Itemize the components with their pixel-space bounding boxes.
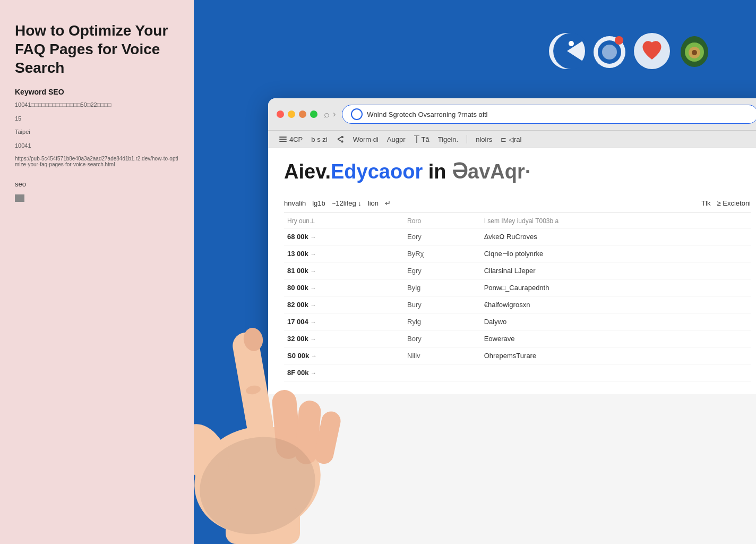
cell-num: 32 00k → (284, 330, 404, 347)
toolbar-item-0[interactable]: 4CP (279, 135, 303, 143)
data-toolbar-excietoni[interactable]: ≥ Excietoni (717, 199, 751, 207)
cell-name: Eowerave (481, 330, 751, 347)
data-toolbar: hnvalih lg1b ~12lifeg ↓ lion ↵ Tlk ≥ Exc… (284, 194, 751, 213)
toolbar-item-aral[interactable]: ⊏ ◁ral (501, 135, 521, 143)
cell-num: 82 00k → (284, 296, 404, 313)
top-icons (548, 32, 714, 70)
sidebar-tag: seo (15, 180, 179, 188)
cell-num: 68 00k → (284, 228, 404, 245)
heading-part2: Edycaoor (331, 160, 423, 183)
cell-name: Dalywo (481, 313, 751, 330)
page-content: Aiev.Edycaoor in ƏavAqr· hnvalih lg1b ~1… (268, 148, 756, 394)
cell-code: ByRχ (404, 245, 481, 262)
heading-part1: Aiev. (284, 160, 331, 183)
cell-code: Bory (404, 330, 481, 347)
toolbar-item-augpr[interactable]: Augpr (387, 135, 406, 143)
data-toolbar-hnvalih[interactable]: hnvalih (284, 199, 306, 207)
toolbar-separator (467, 135, 467, 143)
data-toolbar-filter[interactable]: ~12lifeg ↓ (332, 199, 362, 207)
sidebar-url: https://pub-5c454f571b8e40a3a2aad27ade84… (15, 156, 179, 167)
nav-controls: ⌕ › (324, 109, 336, 120)
cell-name: Cllarsinal LJeper (481, 262, 751, 279)
cell-name: €halfowigrosxn (481, 296, 751, 313)
icon-avocado (675, 32, 714, 70)
sidebar: How to Optimize Your FAQ Pages for Voice… (0, 0, 194, 544)
cell-code: Nillv (404, 347, 481, 364)
cell-code: Eory (404, 228, 481, 245)
toolbar-item-nloirs[interactable]: nloirs (476, 135, 492, 143)
address-text: Wnind Sgrotech Ovsarroning ?rnats αitl (367, 110, 749, 118)
traffic-light-orange[interactable] (299, 110, 306, 118)
col-header-name: I sem IMey iudyai T003b a (481, 213, 751, 228)
toolbar-item-wormd[interactable]: Worm·di (353, 135, 379, 143)
svg-rect-8 (279, 137, 287, 138)
icon-pacman1 (548, 32, 586, 70)
table-row[interactable]: 8F 00k → (284, 364, 751, 381)
svg-point-4 (602, 45, 617, 60)
toolbar-item-ta[interactable]: Tā (414, 135, 429, 143)
toolbar-item-1[interactable]: b s zi (311, 135, 327, 143)
cell-name: Ponw□_Caurapednth (481, 279, 751, 296)
page-heading: Aiev.Edycaoor in ƏavAqr· (284, 161, 751, 183)
cell-name (481, 364, 751, 381)
data-toolbar-lg1b[interactable]: lg1b (312, 199, 325, 207)
browser-chrome: ⌕ › Wnind Sgrotech Ovsarroning ?rnats αi… (268, 98, 756, 131)
cell-num: 17 004 → (284, 313, 404, 330)
table-row[interactable]: 81 00k → Egry Cllarsinal LJeper (284, 262, 751, 279)
nav-forward-icon[interactable]: › (333, 109, 336, 119)
traffic-light-red[interactable] (277, 110, 284, 118)
data-table: Hry oun⊥ Roro I sem IMey iudyai T003b a … (284, 213, 751, 381)
cell-num: 8F 00k → (284, 364, 404, 381)
cell-code: Rylg (404, 313, 481, 330)
svg-point-14 (194, 415, 239, 492)
table-row[interactable]: 68 00k → Eory ΔvkeΩ RuCroves (284, 228, 751, 245)
cell-name: OhrepemsTurare (481, 347, 751, 364)
toolbar-item-tigein[interactable]: Tigein. (438, 135, 459, 143)
svg-point-5 (615, 36, 623, 45)
svg-rect-10 (279, 141, 287, 142)
sidebar-meta-line2: 15 (15, 114, 179, 124)
cell-name: Clqne⊣lo ptolynrke (481, 245, 751, 262)
svg-point-7 (692, 50, 697, 55)
svg-point-21 (245, 385, 261, 396)
data-toolbar-enter[interactable]: ↵ (385, 199, 391, 207)
heading-part4: ƏavAqr· (446, 160, 531, 183)
sidebar-meta-line1: 10041□□□□□□□□□□□□□□50□22□□□□ (15, 100, 179, 110)
cell-num: 80 00k → (284, 279, 404, 296)
toolbar-item-share[interactable] (336, 135, 345, 143)
address-circle-icon (351, 108, 363, 120)
col-header-num: Hry oun⊥ (284, 213, 404, 228)
table-row[interactable]: 80 00k → Bylg Ponw□_Caurapednth (284, 279, 751, 296)
fork-icon (414, 135, 419, 143)
sidebar-city: Taipei (15, 128, 179, 137)
icon-heart (633, 32, 671, 70)
browser-window: ⌕ › Wnind Sgrotech Ovsarroning ?rnats αi… (268, 98, 756, 544)
col-header-code: Roro (404, 213, 481, 228)
toolbar-icon-0 (279, 135, 287, 143)
traffic-light-green[interactable] (310, 110, 317, 118)
cell-num: 13 00k → (284, 245, 404, 262)
page-title: How to Optimize Your FAQ Pages for Voice… (15, 21, 179, 77)
table-row[interactable]: S0 00k → Nillv OhrepemsTurare (284, 347, 751, 364)
table-row[interactable]: 17 004 → Rylg Dalywo (284, 313, 751, 330)
data-toolbar-tlk[interactable]: Tlk (701, 199, 710, 207)
keyword-label: Keyword SEO (15, 88, 179, 96)
table-header-row: Hry oun⊥ Roro I sem IMey iudyai T003b a (284, 213, 751, 228)
address-bar[interactable]: Wnind Sgrotech Ovsarroning ?rnats αitl (342, 105, 756, 124)
cell-code: Bylg (404, 279, 481, 296)
traffic-light-yellow[interactable] (288, 110, 295, 118)
tag-icon (15, 194, 24, 202)
cell-num: 81 00k → (284, 262, 404, 279)
table-row[interactable]: 82 00k → Bury €halfowigrosxn (284, 296, 751, 313)
table-row[interactable]: 32 00k → Bory Eowerave (284, 330, 751, 347)
data-toolbar-lion[interactable]: lion (368, 199, 379, 207)
svg-point-1 (569, 41, 574, 46)
heading-part3: in (423, 160, 446, 183)
share-icon (336, 135, 345, 143)
browser-toolbar: 4CP b s zi Worm·di Augpr Tā Tigein. nloi… (268, 131, 756, 148)
sidebar-zip: 10041 (15, 141, 179, 151)
main-area: ⌕ › Wnind Sgrotech Ovsarroning ?rnats αi… (194, 0, 756, 544)
nav-icon: ⌕ (324, 109, 330, 120)
cell-num: S0 00k → (284, 347, 404, 364)
table-row[interactable]: 13 00k → ByRχ Clqne⊣lo ptolynrke (284, 245, 751, 262)
